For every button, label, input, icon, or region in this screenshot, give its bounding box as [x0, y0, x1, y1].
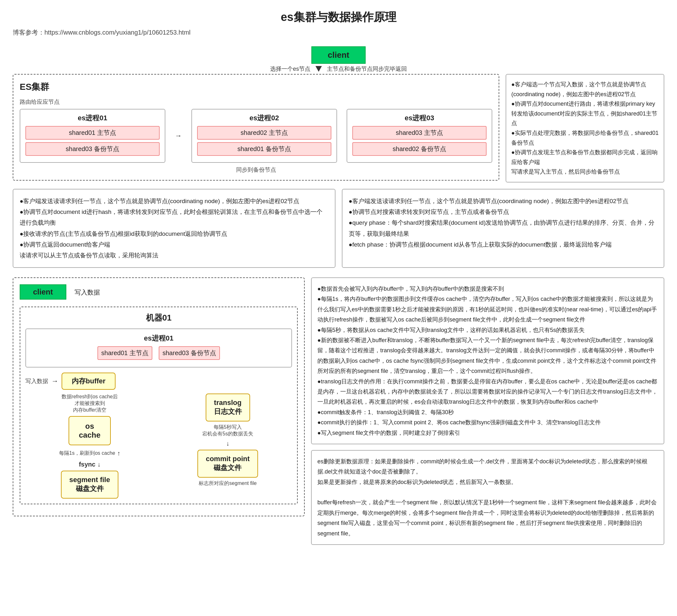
machine-title: 机器01	[26, 312, 292, 323]
segment-note-label: 标志所对应的segment file	[199, 480, 257, 487]
select-node-label: 选择一个es节点	[270, 65, 310, 73]
route-label: 路由给应应节点	[20, 98, 492, 106]
es-process-02-title: es进程02	[197, 113, 331, 123]
search-data-content: ●客户端发送读请求到任一节点，这个节点就是协调节点(coordinating n…	[349, 196, 658, 250]
read-data-box: ●客户端发送读请求到任一节点，这个节点就是协调节点(coordinating n…	[13, 189, 335, 268]
es-process-inner-title: es进程01	[31, 334, 287, 343]
machine-diagram: client 写入数据 机器01 es进程01 shared01 主节点 sha…	[13, 277, 305, 516]
es-process-01: es进程01 shared01 主节点 shared03 备份节点	[20, 109, 165, 163]
memory-buffer-box: 内存buffer	[61, 373, 116, 390]
write-principle-content: ●数据首先会被写入到内存buffer中，写入到内存buffer中的数据是搜索不到…	[317, 284, 658, 438]
write-note-box: ●客户端选一个节点写入数据，这个节点就是协调节点(coordinating no…	[506, 74, 664, 183]
client-box-top: client	[311, 46, 366, 64]
es-process-03-title: es进程03	[352, 113, 487, 123]
search-data-box: ●客户端发送读请求到任一节点，这个节点就是协调节点(coordinating n…	[342, 189, 665, 268]
commit-box: commit point 磁盘文件	[197, 450, 258, 478]
write-principle-box: ●数据首先会被写入到内存buffer中，写入到内存buffer中的数据是搜索不到…	[311, 277, 664, 444]
delete-merge-content: es删除更新数据原理：如果是删除操作，commit的时候会生成一个.del文件，…	[317, 456, 658, 538]
machine-box: 机器01 es进程01 shared01 主节点 shared03 备份节点 写…	[20, 306, 298, 504]
fsync-label: fsync	[79, 461, 95, 468]
page-title: es集群与数据操作原理	[13, 9, 664, 25]
es-process-03: es进程03 shared03 主节点 shared02 备份节点	[347, 109, 492, 163]
translog-box: translog 日志文件	[206, 393, 250, 421]
shard-shared02-backup: shared02 备份节点	[352, 142, 487, 156]
es-process-inner: es进程01 shared01 主节点 shared03 备份节点	[26, 328, 292, 368]
shard-shared01-primary: shared01 主节点	[26, 126, 160, 140]
info-row: ●客户端发送读请求到任一节点，这个节点就是协调节点(coordinating n…	[13, 189, 664, 268]
write5s-label: 每隔5秒写入 宕机会有5s的数据丢失	[202, 424, 253, 437]
es-process-01-title: es进程01	[26, 113, 160, 123]
shard-shared03-backup: shared03 备份节点	[26, 142, 160, 156]
refresh-note: 数据refresh到os cache后 才能被搜索到 内存buffer清空	[61, 393, 118, 414]
shard-shared03-primary: shared03 主节点	[352, 126, 487, 140]
es-cluster-label: ES集群	[20, 81, 492, 93]
write-note-content: ●客户端选一个节点写入数据，这个节点就是协调节点(coordinating no…	[511, 80, 659, 177]
shard-bottom-backup: shared03 备份节点	[159, 346, 220, 360]
bottom-section: client 写入数据 机器01 es进程01 shared01 主节点 sha…	[13, 277, 664, 545]
write-data-label: 写入数据	[75, 289, 100, 296]
sync-return-label: 主节点和备份节点同步完毕返回	[327, 65, 407, 73]
shard-bottom-primary: shared01 主节点	[97, 346, 152, 360]
client-box-bottom: client	[20, 284, 66, 299]
page-ref: 博客参考：https://www.cnblogs.com/yuxiang1/p/…	[13, 28, 664, 37]
sync-backup-label: 同步到备份节点	[20, 166, 492, 174]
right-notes: ●数据首先会被写入到内存buffer中，写入到内存buffer中的数据是搜索不到…	[311, 277, 664, 545]
shard-shared01-backup: shared01 备份节点	[197, 142, 331, 156]
delete-merge-box: es删除更新数据原理：如果是删除操作，commit的时候会生成一个.del文件，…	[311, 450, 664, 545]
refresh-interval-label: 每隔1s，刷新到os cache	[59, 450, 115, 457]
top-section: client 选择一个es节点 主节点和备份节点同步完毕返回 ES集群 路由给应…	[13, 46, 664, 183]
es-process-02: es进程02 shared02 主节点 shared01 备份节点	[191, 109, 337, 163]
read-data-content: ●客户端发送读请求到任一节点，这个节点就是协调节点(coordinating n…	[20, 196, 328, 261]
shard-shared02-primary: shared02 主节点	[197, 126, 331, 140]
write-data2-label: 写入数据	[26, 377, 48, 385]
os-cache-box: os cache	[69, 416, 110, 445]
es-cluster-box: ES集群 路由给应应节点 es进程01 shared01 主节点 shared0…	[13, 74, 499, 181]
segment-box: segment file 磁盘文件	[61, 471, 118, 499]
